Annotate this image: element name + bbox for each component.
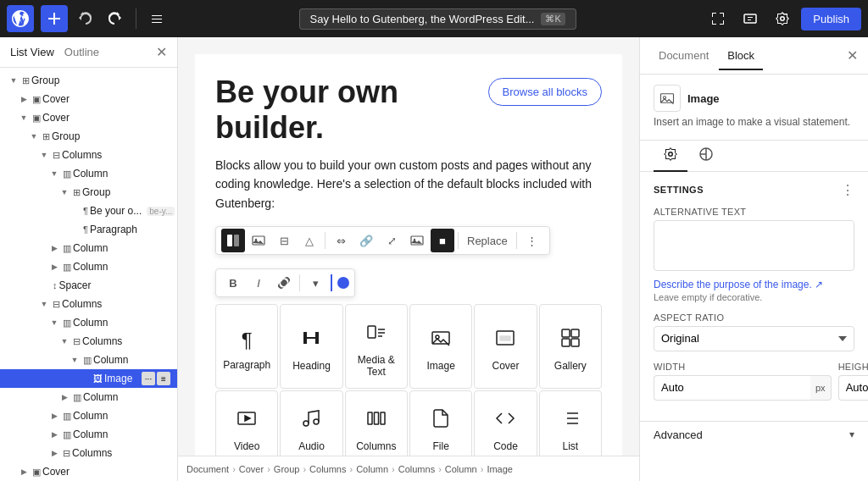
block-card-media-text[interactable]: Media & Text xyxy=(345,304,408,389)
tree-item-column-6[interactable]: ▶ ▥ Column xyxy=(0,406,177,425)
heading-block-icon xyxy=(301,328,321,353)
tree-item-column-selected[interactable]: ▼ ▥ Column xyxy=(0,351,177,369)
block-tb-align[interactable]: ⇔ xyxy=(329,229,353,252)
tree-item-cover-2[interactable]: ▼ ▣ Cover xyxy=(0,108,177,127)
width-unit: px xyxy=(810,375,832,401)
tree-item-column-5[interactable]: ▶ ▥ Column xyxy=(0,388,177,406)
italic-button[interactable]: I xyxy=(247,271,270,295)
block-card-paragraph[interactable]: ¶ Paragraph xyxy=(215,304,278,389)
describe-link[interactable]: Describe the purpose of the image. ↗ xyxy=(654,279,854,290)
file-block-icon xyxy=(431,408,451,434)
tree-item-columns-2[interactable]: ▼ ⊟ Columns xyxy=(0,295,177,313)
block-toggle-icon xyxy=(226,234,240,247)
bold-button[interactable]: B xyxy=(221,271,245,295)
tree-item-bey[interactable]: ¶ Be your o... be-y... xyxy=(0,202,177,220)
tab-document[interactable]: Document xyxy=(650,42,717,70)
block-card-gallery[interactable]: Gallery xyxy=(539,304,602,389)
right-panel-close-button[interactable]: ✕ xyxy=(847,47,858,64)
tree-item-column-4[interactable]: ▼ ▥ Column xyxy=(0,313,177,332)
tree-item-columns-3[interactable]: ▶ ⊟ Columns xyxy=(0,444,177,462)
block-tb-link[interactable]: 🔗 xyxy=(354,229,378,252)
tree-view: ▼ ⊞ Group ▶ ▣ Cover ▼ ▣ Cover ▼ ⊞ Group xyxy=(0,68,177,481)
tree-item-spacer[interactable]: ↕ Spacer xyxy=(0,276,177,295)
block-tb-toggle[interactable] xyxy=(221,229,245,252)
width-input[interactable] xyxy=(654,375,810,401)
panel-close-button[interactable]: ✕ xyxy=(156,46,167,59)
preview-button[interactable] xyxy=(737,5,764,32)
block-card-audio[interactable]: Audio xyxy=(280,390,342,456)
advanced-row[interactable]: Advanced ▾ xyxy=(640,421,868,448)
block-tb-transform[interactable]: △ xyxy=(298,229,321,252)
block-tb-more[interactable]: ⋮ xyxy=(520,229,544,252)
fullscreen-button[interactable] xyxy=(704,5,732,32)
block-card-cover[interactable]: Cover xyxy=(474,304,537,389)
tree-item-paragraph[interactable]: ¶ Paragraph xyxy=(0,220,177,239)
link-button[interactable] xyxy=(272,271,296,295)
settings-tabs xyxy=(640,141,868,172)
block-tb-fill[interactable]: ■ xyxy=(431,229,454,252)
replace-button[interactable]: Replace xyxy=(462,231,513,251)
tab-outline[interactable]: Outline xyxy=(64,44,99,60)
text-toolbar: B I ▾ xyxy=(215,268,355,297)
breadcrumb-sep: › xyxy=(392,464,395,474)
height-input[interactable] xyxy=(838,375,868,401)
item-more-button[interactable]: ··· xyxy=(142,372,155,385)
tree-item-image[interactable]: 🖼 Image ··· ≡ xyxy=(0,369,177,388)
tree-item-column-3[interactable]: ▶ ▥ Column xyxy=(0,257,177,276)
redo-button[interactable] xyxy=(102,5,129,32)
tree-item-column-2[interactable]: ▶ ▥ Column xyxy=(0,239,177,257)
tree-item-group-1[interactable]: ▼ ⊞ Group xyxy=(0,71,177,90)
breadcrumb-columns-2[interactable]: Columns xyxy=(398,464,435,474)
tree-item-group-3[interactable]: ▼ ⊞ Group xyxy=(0,183,177,202)
browse-blocks-button[interactable]: Browse all blocks xyxy=(488,78,602,106)
block-card-file[interactable]: File xyxy=(409,390,472,456)
breadcrumb-columns[interactable]: Columns xyxy=(309,464,346,474)
tab-block[interactable]: Block xyxy=(719,42,763,70)
tree-item-column-7[interactable]: ▶ ▥ Column xyxy=(0,425,177,444)
wordpress-logo[interactable] xyxy=(7,5,34,32)
breadcrumb-column-2[interactable]: Column xyxy=(445,464,477,474)
tab-list-view[interactable]: List View xyxy=(10,44,54,60)
block-card-code[interactable]: Code xyxy=(474,390,537,456)
breadcrumb-image[interactable]: Image xyxy=(487,464,513,474)
block-card-image[interactable]: Image xyxy=(409,304,472,389)
tree-item-group-2[interactable]: ▼ ⊞ Group xyxy=(0,127,177,146)
breadcrumb-document[interactable]: Document xyxy=(186,464,229,474)
aspect-ratio-select[interactable]: Original 1:1 4:3 3:2 16:9 9:16 xyxy=(654,326,854,351)
block-tb-image[interactable] xyxy=(247,229,270,252)
list-view-toolbar-button[interactable] xyxy=(143,5,170,32)
publish-button[interactable]: Publish xyxy=(801,8,861,30)
tree-expand-icon: ▼ xyxy=(58,334,71,348)
settings-tab-gear[interactable] xyxy=(654,141,687,172)
text-more-button[interactable]: ▾ xyxy=(303,271,327,295)
svg-rect-23 xyxy=(368,412,372,424)
settings-tab-style[interactable] xyxy=(689,141,723,172)
tree-item-column-1[interactable]: ▼ ▥ Column xyxy=(0,164,177,183)
tree-item-cover-3[interactable]: ▶ ▣ Cover xyxy=(0,462,177,481)
block-card-video[interactable]: Video xyxy=(215,390,278,456)
editor-block: Be your own builder. Browse all blocks B… xyxy=(195,54,622,456)
block-card-heading[interactable]: Heading xyxy=(280,304,342,389)
tree-item-cover-1[interactable]: ▶ ▣ Cover xyxy=(0,90,177,108)
settings-toggle-button[interactable] xyxy=(769,5,796,32)
item-drag-button[interactable]: ≡ xyxy=(157,372,170,385)
leave-empty-text: Leave empty if decorative. xyxy=(654,292,854,302)
document-title-button[interactable]: Say Hello to Gutenberg, the WordPress Ed… xyxy=(299,8,576,30)
tree-item-columns-sub[interactable]: ▼ ⊟ Columns xyxy=(0,332,177,351)
breadcrumb-group[interactable]: Group xyxy=(274,464,300,474)
block-tb-image2[interactable] xyxy=(405,229,429,252)
add-block-button[interactable] xyxy=(41,5,68,32)
block-card-list[interactable]: List xyxy=(539,390,602,456)
block-tb-crop[interactable]: ⤢ xyxy=(380,229,403,252)
breadcrumb-cover[interactable]: Cover xyxy=(239,464,264,474)
block-card-columns[interactable]: Columns xyxy=(345,390,408,456)
cover-block-icon xyxy=(495,328,515,353)
tree-item-columns-1[interactable]: ▼ ⊟ Columns xyxy=(0,146,177,164)
alt-text-input[interactable] xyxy=(654,220,854,271)
tree-expand-icon: ▶ xyxy=(47,241,61,255)
breadcrumb-column[interactable]: Column xyxy=(356,464,388,474)
blocks-grid: ¶ Paragraph Heading xyxy=(215,304,602,456)
block-tb-grid[interactable]: ⊟ xyxy=(272,229,296,252)
settings-menu-button[interactable]: ⋮ xyxy=(841,182,854,198)
undo-button[interactable] xyxy=(71,5,98,32)
